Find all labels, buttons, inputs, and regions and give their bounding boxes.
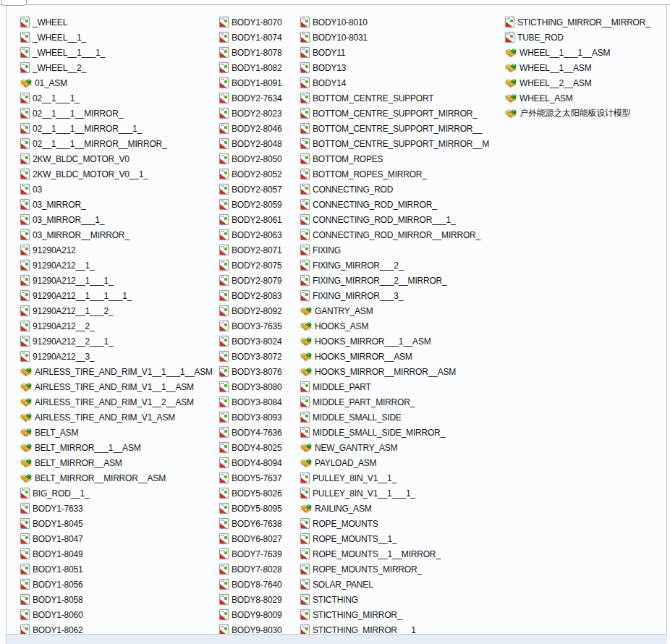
list-item[interactable]: BODY14 (300, 75, 500, 90)
list-item[interactable]: BODY8-7640 (219, 577, 295, 592)
horizontal-scrollbar-track[interactable] (7, 634, 667, 644)
list-item[interactable]: BELT_MIRROR__ASM (20, 455, 214, 470)
list-item[interactable]: BOTTOM_CENTRE_SUPPORT (300, 90, 500, 106)
list-item[interactable]: BODY2-8083 (219, 288, 295, 303)
list-item[interactable]: BODY3-8072 (219, 349, 295, 364)
list-item[interactable]: _WHEEL__1___1_ (20, 45, 214, 60)
list-item[interactable]: 03_MIRROR___1_ (20, 212, 214, 227)
list-item[interactable]: PULLEY_8IN_V1__1___1_ (300, 486, 500, 501)
list-item[interactable]: GANTRY_ASM (300, 303, 500, 318)
list-item[interactable]: BOTTOM_CENTRE_SUPPORT_MIRROR__ (300, 121, 500, 136)
list-item[interactable]: ROPE_MOUNTS_MIRROR_ (300, 562, 500, 577)
list-item[interactable]: _WHEEL__2_ (20, 60, 214, 75)
list-item[interactable]: CONNECTING_ROD (300, 182, 500, 197)
list-item[interactable]: MIDDLE_PART_MIRROR_ (300, 394, 500, 410)
list-item[interactable]: BODY2-8075 (219, 258, 295, 273)
list-item[interactable]: BODY1-8056 (20, 577, 214, 592)
list-item[interactable]: BIG_ROD__1_ (20, 486, 214, 501)
list-item[interactable]: 02__1___1__MIRROR__MIRROR_ (20, 136, 214, 151)
list-item[interactable]: BODY7-8028 (219, 562, 295, 577)
list-item[interactable]: PAYLOAD_ASM (300, 455, 500, 470)
list-item[interactable]: BODY1-8074 (219, 30, 295, 45)
list-item[interactable]: 02__1___1__MIRROR_ (20, 106, 214, 121)
list-item[interactable]: 91290A212 (20, 242, 214, 258)
list-item[interactable]: BODY1-8058 (20, 592, 214, 607)
list-item[interactable]: BODY1-7633 (20, 501, 214, 516)
list-item[interactable]: BODY2-8052 (219, 166, 295, 182)
list-item[interactable]: BODY10-8031 (300, 30, 500, 45)
list-item[interactable]: BODY1-8078 (219, 45, 295, 60)
list-item[interactable]: BODY6-8027 (219, 531, 295, 546)
list-item[interactable]: WHEEL__1__ASM (505, 60, 670, 75)
list-item[interactable]: BOTTOM_CENTRE_SUPPORT_MIRROR__M (300, 136, 500, 151)
list-item[interactable]: BODY3-7635 (219, 318, 295, 334)
list-item[interactable]: AIRLESS_TIRE_AND_RIM_V1_ASM (20, 410, 214, 425)
list-item[interactable]: BODY1-8045 (20, 516, 214, 531)
list-item[interactable]: BODY2-8050 (219, 151, 295, 166)
list-item[interactable]: ROPE_MOUNTS__1_ (300, 531, 500, 546)
list-item[interactable]: BODY2-8059 (219, 197, 295, 212)
list-item[interactable]: HOOKS_ASM (300, 318, 500, 334)
list-item[interactable]: FIXING_MIRROR___3_ (300, 288, 500, 303)
list-item[interactable]: 03 (20, 182, 214, 197)
list-item[interactable]: BOTTOM_CENTRE_SUPPORT_MIRROR_ (300, 106, 500, 121)
list-item[interactable]: BODY3-8080 (219, 379, 295, 394)
list-item[interactable]: 91290A212__1___2_ (20, 303, 214, 318)
list-item[interactable]: BODY2-8023 (219, 106, 295, 121)
list-item[interactable]: BODY5-8026 (219, 486, 295, 501)
list-item[interactable]: BODY1-8049 (20, 546, 214, 562)
list-item[interactable]: WHEEL_ASM (505, 90, 670, 106)
list-item[interactable]: AIRLESS_TIRE_AND_RIM_V1__1___1__ASM (20, 364, 214, 379)
list-item[interactable]: AIRLESS_TIRE_AND_RIM_V1__2__ASM (20, 394, 214, 410)
list-item[interactable]: 2KW_BLDC_MOTOR_V0__1_ (20, 166, 214, 182)
list-item[interactable]: 03_MIRROR__MIRROR_ (20, 227, 214, 242)
list-item[interactable]: TUBE_ROD (505, 30, 670, 45)
list-item[interactable]: 91290A212__1___1___1_ (20, 288, 214, 303)
list-item[interactable]: _WHEEL__1_ (20, 30, 214, 45)
list-item[interactable]: 户外能源之太阳能板设计模型 (505, 106, 670, 121)
list-item[interactable]: PULLEY_8IN_V1__1_ (300, 470, 500, 486)
list-item[interactable]: BODY2-8079 (219, 273, 295, 288)
list-item[interactable]: BODY4-7636 (219, 425, 295, 440)
list-item[interactable]: BODY4-8025 (219, 440, 295, 455)
list-item[interactable]: ROPE_MOUNTS (300, 516, 500, 531)
list-item[interactable]: WHEEL__2__ASM (505, 75, 670, 90)
list-item[interactable]: BODY2-8046 (219, 121, 295, 136)
list-item[interactable]: 2KW_BLDC_MOTOR_V0 (20, 151, 214, 166)
list-item[interactable]: BODY13 (300, 60, 500, 75)
list-item[interactable]: BODY6-7638 (219, 516, 295, 531)
list-item[interactable]: BODY2-8092 (219, 303, 295, 318)
list-item[interactable]: 91290A212__3_ (20, 349, 214, 364)
list-item[interactable]: MIDDLE_SMALL_SIDE_MIRROR_ (300, 425, 500, 440)
list-item[interactable]: BELT_MIRROR___1__ASM (20, 440, 214, 455)
list-item[interactable]: 03_MIRROR_ (20, 197, 214, 212)
list-item[interactable]: STICTHING (300, 592, 500, 607)
list-item[interactable]: BODY9-8009 (219, 607, 295, 622)
list-item[interactable]: HOOKS_MIRROR___1__ASM (300, 334, 500, 349)
list-item[interactable]: BELT_MIRROR__MIRROR__ASM (20, 470, 214, 486)
list-item[interactable]: BOTTOM_ROPES_MIRROR_ (300, 166, 500, 182)
list-item[interactable]: FIXING (300, 242, 500, 258)
list-item[interactable]: 91290A212__2___1_ (20, 334, 214, 349)
list-item[interactable]: BODY3-8076 (219, 364, 295, 379)
list-item[interactable]: BODY1-8070 (219, 14, 295, 30)
list-item[interactable]: CONNECTING_ROD_MIRROR_ (300, 197, 500, 212)
list-item[interactable]: STICTHING_MIRROR_ (300, 607, 500, 622)
list-item[interactable]: BODY11 (300, 45, 500, 60)
list-item[interactable]: STICTHING_MIRROR__MIRROR_ (505, 14, 670, 30)
list-item[interactable]: WHEEL__1___1__ASM (505, 45, 670, 60)
list-item[interactable]: BODY2-8057 (219, 182, 295, 197)
list-item[interactable]: 91290A212__1_ (20, 258, 214, 273)
list-item[interactable]: 91290A212__1___1_ (20, 273, 214, 288)
list-item[interactable]: BODY2-8048 (219, 136, 295, 151)
list-item[interactable]: NEW_GANTRY_ASM (300, 440, 500, 455)
list-item[interactable]: BODY2-8061 (219, 212, 295, 227)
list-item[interactable]: BODY5-7637 (219, 470, 295, 486)
list-item[interactable]: BODY1-8051 (20, 562, 214, 577)
list-item[interactable]: BODY2-8063 (219, 227, 295, 242)
list-item[interactable]: BODY2-8071 (219, 242, 295, 258)
list-item[interactable]: _WHEEL (20, 14, 214, 30)
list-item[interactable]: BODY1-8091 (219, 75, 295, 90)
list-item[interactable]: BODY1-8082 (219, 60, 295, 75)
list-item[interactable]: ROPE_MOUNTS__1__MIRROR_ (300, 546, 500, 562)
